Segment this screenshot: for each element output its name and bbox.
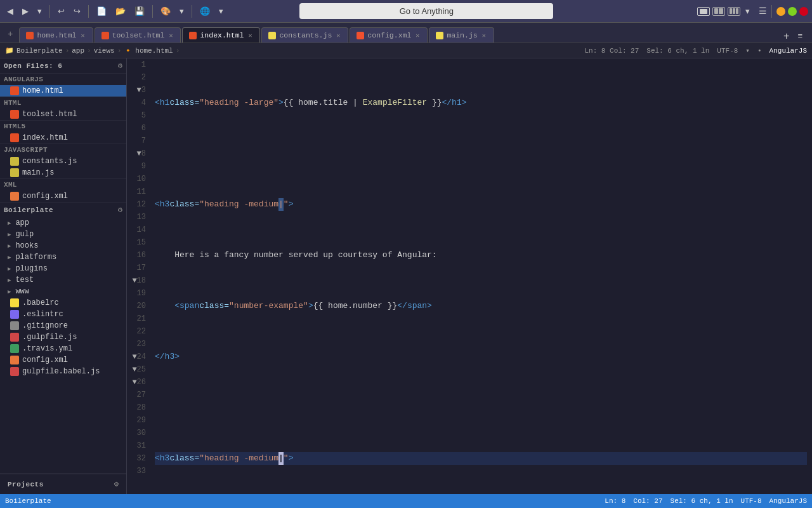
project-header[interactable]: Boilerplate ⚙	[0, 203, 126, 217]
browser-button[interactable]: 🌐	[197, 4, 213, 18]
tab-label-constants: constants.js	[279, 31, 332, 39]
folder-hooks[interactable]: ▶ hooks	[0, 240, 126, 251]
theme-button[interactable]: 🎨	[157, 4, 174, 18]
sidebar-item-constants[interactable]: constants.js	[0, 156, 126, 167]
layout-split-icon[interactable]	[712, 7, 725, 16]
back-button[interactable]: ◀	[4, 4, 16, 18]
file-config-xml-proj[interactable]: config.xml	[0, 354, 126, 366]
code-content[interactable]: <h1 class="heading -large">{{ home.title…	[150, 58, 812, 494]
maximize-button[interactable]	[788, 7, 797, 16]
goto-input[interactable]	[299, 3, 553, 19]
bc-home-html[interactable]: home.html	[135, 47, 173, 55]
open-files-gear[interactable]: ⚙	[118, 61, 122, 70]
bc-folder-icon: 📁	[5, 46, 14, 55]
tab-close-config[interactable]: ✕	[414, 32, 421, 39]
tab-config-xml[interactable]: config.xml ✕	[350, 27, 428, 43]
label-gulpfile: .gulpfile.js	[22, 333, 77, 342]
projects-header[interactable]: Projects ⚙	[4, 477, 122, 491]
layout-single-icon[interactable]	[697, 7, 710, 16]
tab-new[interactable]: +	[3, 26, 18, 43]
forward-button[interactable]: ▶	[19, 4, 32, 18]
file-gulpfile-babel[interactable]: gulpfile.babel.js	[0, 366, 126, 377]
icon-travis	[10, 344, 19, 353]
bc-app[interactable]: app	[72, 47, 84, 55]
line-num-25: ▼25	[131, 363, 146, 376]
hamburger-menu[interactable]: ☰	[759, 6, 767, 17]
tab-close-toolset[interactable]: ✕	[167, 32, 174, 39]
close-button[interactable]	[799, 7, 808, 16]
icon-eslintrc	[10, 310, 19, 319]
minimize-button[interactable]	[776, 7, 785, 16]
save-button[interactable]: 💾	[131, 4, 148, 18]
layout-triple-icon[interactable]	[728, 7, 740, 16]
html-label: HTML	[0, 97, 126, 109]
folder-gulp[interactable]: ▶ gulp	[0, 229, 126, 240]
folder-plugins[interactable]: ▶ plugins	[0, 263, 126, 274]
tab-constants-js[interactable]: constants.js ✕	[261, 27, 348, 43]
status-encoding: UTF-8	[717, 47, 738, 55]
tab-home-html[interactable]: home.html ✕	[19, 27, 93, 43]
angularjs-label: AngularJS	[0, 74, 126, 85]
redo-button[interactable]: ↪	[70, 4, 84, 18]
chevron-platforms: ▶	[8, 254, 11, 261]
status-utf: UTF-8	[741, 497, 762, 505]
file-eslintrc[interactable]: .eslintrc	[0, 309, 126, 320]
bc-boilerplate[interactable]: Boilerplate	[16, 47, 63, 55]
status-ln-col: Ln: 8 Col: 27	[584, 47, 639, 55]
new-file-button[interactable]: 📄	[93, 4, 110, 18]
file-gitignore[interactable]: .gitignore	[0, 320, 126, 331]
tab-close-home[interactable]: ✕	[80, 32, 86, 39]
theme-dropdown[interactable]: ▾	[176, 4, 187, 18]
tab-main-js[interactable]: main.js ✕	[429, 27, 494, 43]
folder-test[interactable]: ▶ test	[0, 274, 126, 286]
open-folder-button[interactable]: 📂	[112, 4, 129, 18]
folder-label-platforms: platforms	[15, 253, 56, 262]
sidebar-item-main-js[interactable]: main.js	[0, 167, 126, 178]
folder-label-hooks: hooks	[15, 241, 38, 250]
projects-gear[interactable]: ⚙	[114, 479, 119, 489]
browser-dropdown[interactable]: ▾	[216, 4, 226, 18]
icon-gulpfile	[10, 333, 19, 342]
js-label: JavaScript	[0, 144, 126, 156]
tab-close-constants[interactable]: ✕	[335, 32, 341, 39]
file-travis-yml[interactable]: .travis.yml	[0, 343, 126, 354]
file-name-home: home.html	[22, 86, 63, 95]
sidebar-item-config-xml[interactable]: config.xml	[0, 190, 126, 202]
folder-platforms[interactable]: ▶ platforms	[0, 251, 126, 263]
tab-menu-button[interactable]: ≡	[794, 29, 806, 43]
line-num-24: ▼24	[131, 351, 146, 363]
open-files-header[interactable]: Open Files: 6 ⚙	[0, 58, 126, 73]
code-line-4: Here is a fancy number served up courtes…	[155, 249, 807, 262]
tab-close-main[interactable]: ✕	[481, 32, 487, 39]
tab-label-toolset: toolset.html	[112, 31, 165, 39]
project-gear[interactable]: ⚙	[118, 205, 122, 215]
line-num-21: 21	[131, 312, 146, 325]
sidebar-item-home-html[interactable]: home.html	[0, 85, 126, 97]
bc-views[interactable]: views	[94, 47, 115, 55]
angularjs-section: AngularJS home.html	[0, 74, 126, 97]
line-num-18: ▼18	[131, 274, 146, 287]
file-icon-toolset	[10, 110, 19, 119]
file-gulpfile-js[interactable]: .gulpfile.js	[0, 331, 126, 343]
toolbar-separator-2	[88, 5, 89, 18]
tab-toolset-html[interactable]: toolset.html ✕	[95, 27, 181, 43]
code-area[interactable]: 1 2 ▼3 4 5 6 7 ▼8 9 10 11 12 13 14 15 16…	[127, 58, 812, 494]
line-num-6: 6	[131, 122, 146, 135]
tab-add-button[interactable]: +	[781, 30, 792, 42]
tab-index-html[interactable]: index.html ✕	[182, 27, 260, 43]
chevron-test: ▶	[8, 277, 11, 284]
file-babelrc[interactable]: .babelrc	[0, 297, 126, 309]
folder-app[interactable]: ▶ app	[0, 217, 126, 229]
tab-close-index[interactable]: ✕	[247, 32, 253, 39]
html5-section: HTML5 index.html	[0, 121, 126, 144]
sidebar-item-index[interactable]: index.html	[0, 132, 126, 144]
sidebar-item-toolset[interactable]: toolset.html	[0, 109, 126, 120]
status-encoding-dropdown[interactable]: ▾	[745, 46, 750, 55]
nav-dropdown[interactable]: ▾	[34, 4, 45, 18]
tab-label-home: home.html	[37, 31, 76, 39]
folder-www[interactable]: ▶ www	[0, 286, 126, 297]
undo-button[interactable]: ↩	[55, 4, 68, 18]
chevron-www: ▶	[8, 288, 11, 295]
breadcrumb-status: Ln: 8 Col: 27 Sel: 6 ch, 1 ln UTF-8 ▾ • …	[584, 46, 807, 55]
layout-dropdown[interactable]: ▾	[743, 5, 752, 17]
